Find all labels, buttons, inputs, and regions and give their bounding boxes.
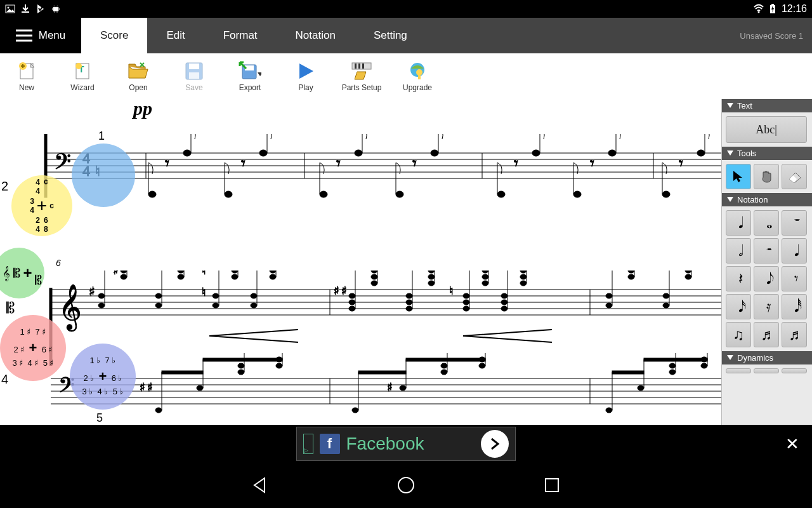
- score-canvas[interactable]: pp 2 4 𝄢 44 ♮ 𝄾 𝄾 𝄾 𝄾 𝄾 𝄾: [0, 99, 721, 425]
- svg-rect-4: [771, 4, 774, 5]
- fingering-5: 5: [96, 411, 103, 425]
- hamburger-menu-button[interactable]: Menu: [0, 18, 81, 53]
- svg-point-52: [396, 191, 403, 197]
- android-nav-bar: [0, 463, 812, 507]
- dynamics-item[interactable]: [782, 368, 807, 373]
- notation-item-5[interactable]: 𝅘𝅥: [782, 238, 807, 264]
- notation-item-10[interactable]: 𝄿: [754, 294, 779, 319]
- text-insert-button[interactable]: Abc|: [726, 116, 807, 143]
- notation-item-14[interactable]: ♬: [782, 322, 807, 347]
- notation-item-8[interactable]: 𝄾: [782, 266, 807, 291]
- svg-point-59: [532, 150, 540, 156]
- tool-hand[interactable]: [754, 164, 779, 189]
- sharps-bubble[interactable]: 1 ♯ 7 ♯2 ♯ + 6 ♯3 ♯ 4 ♯ 5 ♯: [0, 315, 66, 381]
- save-button[interactable]: Save: [174, 61, 214, 92]
- tab-score[interactable]: Score: [81, 18, 147, 53]
- play-button[interactable]: Play: [285, 61, 326, 92]
- panel-head-tools[interactable]: Tools: [722, 147, 812, 160]
- svg-point-219: [669, 370, 676, 375]
- svg-point-44: [259, 150, 267, 156]
- svg-text:♯: ♯: [113, 271, 119, 277]
- svg-point-69: [697, 150, 705, 156]
- ad-banner[interactable]: ▷ f Facebook: [296, 427, 516, 461]
- notation-item-11[interactable]: 𝅘𝅥𝅰: [782, 294, 807, 319]
- notation-item-9[interactable]: 𝅘𝅥𝅯: [726, 294, 751, 319]
- open-button[interactable]: Open: [118, 61, 159, 92]
- clock: 12:16: [782, 3, 807, 15]
- toolbar: New TWizard Open Save Export Play Parts …: [0, 53, 812, 99]
- status-bar: 12:16: [0, 0, 812, 18]
- svg-point-157: [520, 271, 527, 273]
- svg-point-39: [183, 150, 191, 156]
- notation-item-6[interactable]: 𝄽: [726, 266, 751, 291]
- ad-bar: ▷ f Facebook ✕: [0, 425, 812, 463]
- dynamics-item[interactable]: [726, 368, 751, 373]
- document-title: Unsaved Score 1: [740, 18, 812, 53]
- svg-text:♮: ♮: [202, 286, 206, 298]
- wizard-button[interactable]: TWizard: [62, 61, 103, 92]
- tab-edit[interactable]: Edit: [147, 18, 204, 53]
- panel-head-dynamics[interactable]: Dynamics: [722, 351, 812, 364]
- svg-point-146: [463, 300, 469, 305]
- svg-point-37: [148, 191, 156, 197]
- svg-text:♮: ♮: [202, 271, 206, 277]
- notation-item-3[interactable]: 𝅗𝅥: [726, 238, 751, 264]
- flats-bubble[interactable]: 1 ♭ 7 ♭2 ♭ + 6 ♭3 ♭ 4 ♭ 5 ♭: [70, 344, 136, 410]
- svg-point-154: [501, 300, 508, 305]
- tool-pointer[interactable]: [726, 164, 751, 189]
- recent-apps-button[interactable]: [542, 476, 561, 495]
- svg-point-153: [501, 293, 508, 298]
- svg-point-167: [628, 274, 634, 279]
- svg-rect-200: [203, 358, 282, 361]
- svg-point-196: [276, 363, 282, 368]
- panel-head-text[interactable]: Text: [722, 99, 812, 112]
- download-icon: [20, 4, 30, 14]
- ad-close-button[interactable]: ✕: [785, 434, 799, 454]
- svg-point-174: [685, 271, 691, 273]
- home-button[interactable]: [396, 476, 416, 495]
- svg-point-140: [428, 281, 435, 286]
- svg-rect-227: [546, 479, 558, 491]
- tool-eraser[interactable]: [782, 164, 807, 189]
- export-button[interactable]: Export: [230, 61, 270, 92]
- notation-item-2[interactable]: 𝄻: [782, 210, 807, 236]
- svg-point-47: [320, 191, 327, 197]
- back-button[interactable]: [251, 476, 270, 495]
- tab-notation[interactable]: Notation: [277, 18, 355, 53]
- upgrade-button[interactable]: Upgrade: [397, 61, 438, 92]
- svg-point-123: [349, 293, 355, 298]
- svg-text:♮: ♮: [449, 284, 453, 297]
- svg-point-111: [251, 293, 257, 298]
- parts-setup-button[interactable]: Parts Setup: [341, 61, 382, 92]
- notation-item-7[interactable]: 𝅘𝅥𝅮: [754, 266, 779, 291]
- ad-go-button[interactable]: [481, 430, 509, 458]
- svg-text:𝄞: 𝄞: [58, 284, 82, 332]
- svg-point-108: [232, 271, 238, 273]
- new-button[interactable]: New: [6, 61, 47, 92]
- svg-point-193: [238, 363, 244, 368]
- tab-setting[interactable]: Setting: [355, 18, 426, 53]
- check-play-icon: [36, 4, 46, 14]
- panel-head-notation[interactable]: Notation: [722, 193, 812, 206]
- notation-item-13[interactable]: ♬: [754, 322, 779, 347]
- svg-point-147: [463, 306, 469, 311]
- note-bubble[interactable]: [72, 144, 135, 207]
- timesig-bubble[interactable]: 44 ¢ 34 + c 24 68: [11, 175, 72, 236]
- svg-point-158: [520, 274, 527, 279]
- dynamics-item[interactable]: [754, 368, 779, 373]
- svg-point-1: [8, 7, 10, 9]
- svg-point-209: [479, 363, 485, 368]
- notation-item-12[interactable]: ♫: [726, 322, 751, 347]
- notation-item-1[interactable]: 𝅝: [754, 210, 779, 236]
- tab-format[interactable]: Format: [204, 18, 277, 53]
- svg-point-166: [628, 271, 634, 273]
- notation-item-0[interactable]: 𝅘𝅥: [726, 210, 751, 236]
- svg-point-221: [701, 363, 707, 368]
- menu-label: Menu: [39, 29, 66, 42]
- svg-point-216: [638, 385, 644, 391]
- svg-point-125: [349, 306, 355, 311]
- svg-text:♯: ♯: [341, 284, 347, 297]
- svg-rect-224: [612, 371, 644, 374]
- facebook-icon: f: [320, 434, 340, 454]
- notation-item-4[interactable]: 𝄼: [754, 238, 779, 264]
